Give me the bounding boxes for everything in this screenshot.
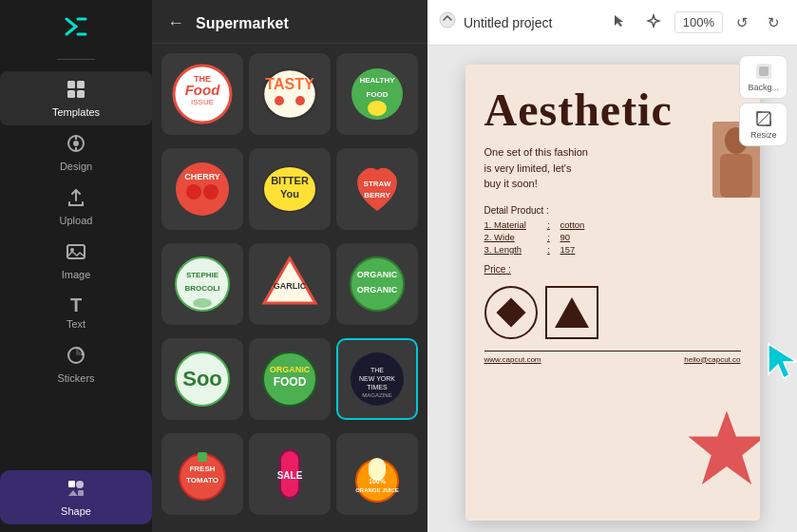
canvas-area: Backg... Resize Aesthetic — [427, 46, 797, 532]
back-button[interactable]: ← — [163, 11, 188, 35]
svg-text:BERRY: BERRY — [364, 191, 390, 200]
svg-text:ORGANIC: ORGANIC — [357, 270, 398, 279]
sticker-cell-food-issue[interactable]: THE Food ISSUE — [161, 53, 243, 135]
sticker-cell-strawberry[interactable]: STRAW BERRY — [336, 148, 418, 230]
svg-rect-66 — [759, 66, 769, 76]
sidebar-item-upload[interactable]: Upload — [0, 180, 152, 234]
sidebar-item-shape-label: Shape — [61, 505, 91, 517]
doc-footer-left: www.capcut.com — [484, 355, 541, 364]
resize-tool[interactable]: Resize — [739, 103, 788, 146]
sticker-cell-tomato[interactable]: FRESH TOMATO — [161, 433, 243, 515]
doc-circle-icon — [484, 286, 538, 339]
svg-text:ORGANIC: ORGANIC — [357, 285, 398, 294]
svg-point-5 — [73, 141, 79, 146]
redo-button[interactable]: ↻ — [762, 10, 786, 35]
design-icon — [66, 133, 86, 157]
sticker-cell-garlic[interactable]: GARLIC — [249, 243, 331, 325]
sticker-cell-cherry[interactable]: CHERRY — [161, 148, 243, 230]
svg-text:HEALTHY: HEALTHY — [359, 76, 395, 85]
undo-button[interactable]: ↺ — [731, 10, 754, 35]
sticker-cell-tasty[interactable]: TASTY — [249, 53, 331, 135]
svg-marker-72 — [769, 344, 797, 378]
sidebar: Templates Design Upload — [0, 0, 152, 532]
svg-text:SALE: SALE — [277, 470, 303, 481]
svg-point-41 — [351, 257, 404, 311]
sticker-grid: THE Food ISSUE TASTY HEALTHY FOOD — [152, 44, 427, 532]
sticker-cell-orange-juice[interactable]: 100% ORANGE JUICE — [336, 433, 418, 515]
sidebar-item-shape[interactable]: Shape — [0, 470, 152, 524]
sticker-cell-organic[interactable]: ORGANIC ORGANIC — [336, 243, 418, 325]
svg-marker-71 — [688, 411, 760, 484]
svg-text:FOOD: FOOD — [366, 90, 388, 99]
sidebar-item-text[interactable]: T Text — [0, 288, 152, 337]
right-panel: Untitled project 100% ↺ ↻ Backg... — [427, 0, 797, 532]
svg-rect-8 — [67, 245, 85, 258]
svg-point-12 — [76, 481, 84, 488]
sticker-cell-soo[interactable]: Soo — [161, 338, 243, 420]
middle-panel: ← Supermarket THE Food ISSUE TASTY H — [152, 0, 427, 532]
svg-rect-70 — [720, 154, 752, 198]
svg-text:STRAW: STRAW — [364, 180, 391, 188]
svg-text:TIMES: TIMES — [367, 384, 388, 390]
svg-text:BITTER: BITTER — [271, 175, 309, 186]
project-name: Untitled project — [464, 15, 552, 30]
toolbar-logo-icon — [439, 11, 456, 33]
upload-icon — [66, 187, 86, 211]
doc-triangle-box — [545, 286, 598, 339]
svg-text:THE: THE — [370, 367, 384, 373]
cursor-tool-button[interactable] — [606, 10, 633, 35]
svg-text:CHERRY: CHERRY — [184, 172, 220, 181]
svg-point-28 — [203, 184, 218, 200]
svg-rect-1 — [77, 81, 85, 88]
doc-detail-material: 1. Material : cotton — [484, 219, 741, 230]
sidebar-item-templates-label: Templates — [52, 106, 100, 118]
doc-details: Detail Product : 1. Material : cotton 2.… — [484, 205, 741, 255]
svg-text:NEW YORK: NEW YORK — [359, 375, 395, 382]
shape-icon — [66, 478, 86, 502]
svg-point-26 — [176, 162, 229, 216]
svg-point-25 — [368, 101, 387, 116]
sticker-cell-nytimes[interactable]: THE NEW YORK TIMES MAGAZINE — [336, 338, 418, 420]
sidebar-item-image-label: Image — [62, 269, 91, 280]
panel-header: ← Supermarket — [152, 0, 427, 44]
cursor-sticker-overlay — [765, 340, 797, 382]
svg-rect-57 — [198, 452, 207, 462]
sidebar-item-stickers[interactable]: Stickers — [0, 337, 152, 391]
sticker-cell-sale[interactable]: SALE — [249, 433, 331, 515]
svg-point-20 — [275, 96, 284, 105]
background-tool[interactable]: Backg... — [739, 55, 788, 99]
svg-text:GARLIC: GARLIC — [274, 281, 307, 291]
sidebar-item-image[interactable]: Image — [0, 234, 152, 288]
svg-text:100%: 100% — [369, 478, 387, 484]
svg-text:FRESH: FRESH — [189, 465, 215, 473]
svg-text:Food: Food — [185, 82, 220, 98]
svg-text:MAGAZINE: MAGAZINE — [362, 392, 391, 398]
sticker-cell-broccoli[interactable]: STEPHIE BROCOLI — [161, 243, 243, 325]
svg-text:TOMATO: TOMATO — [186, 476, 218, 484]
canvas-document[interactable]: Aesthetic One set of this fashion is ver… — [465, 65, 760, 521]
svg-rect-2 — [67, 90, 75, 98]
svg-text:STEPHIE: STEPHIE — [186, 271, 219, 279]
svg-text:ISSUE: ISSUE — [191, 98, 214, 106]
doc-bottom-section — [484, 286, 741, 339]
sticker-cell-healthy-food[interactable]: HEALTHY FOOD — [336, 53, 418, 135]
doc-price: Price : — [484, 264, 741, 275]
doc-detail-wide: 2. Wide : 90 — [484, 232, 741, 242]
svg-text:FOOD: FOOD — [274, 375, 307, 389]
sidebar-item-templates[interactable]: Templates — [0, 71, 152, 125]
zoom-level[interactable]: 100% — [674, 11, 723, 33]
sticker-cell-organic-food[interactable]: ORGANIC FOOD — [249, 338, 331, 420]
canvas-toolbar: Untitled project 100% ↺ ↻ — [427, 0, 797, 46]
sidebar-item-stickers-label: Stickers — [57, 372, 94, 384]
stickers-icon — [66, 345, 86, 369]
svg-text:Soo: Soo — [182, 367, 222, 390]
svg-text:ORANGE JUICE: ORANGE JUICE — [355, 487, 399, 493]
sticker-cell-bitter-you[interactable]: BITTER You — [249, 148, 331, 230]
doc-title: Aesthetic — [484, 87, 741, 133]
doc-body-text: One set of this fashion is very limited,… — [484, 144, 741, 192]
side-tools-panel: Backg... Resize — [739, 55, 788, 146]
magic-tool-button[interactable] — [640, 10, 667, 35]
doc-footer: www.capcut.com hello@capcut.co — [484, 351, 741, 364]
sidebar-item-design[interactable]: Design — [0, 125, 152, 180]
app-logo — [59, 10, 93, 44]
